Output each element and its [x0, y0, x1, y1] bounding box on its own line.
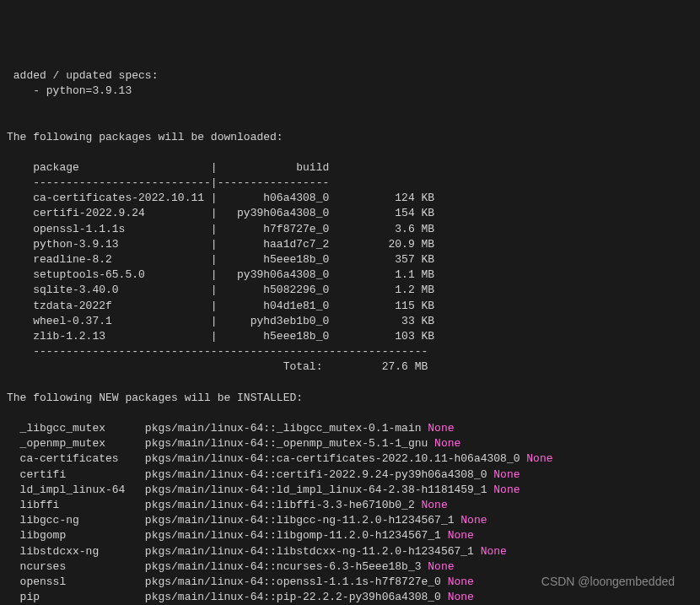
terminal-output[interactable]: added / updated specs: - python=3.9.13 T… [7, 68, 693, 605]
watermark: CSDN @loongembedded [541, 574, 675, 591]
